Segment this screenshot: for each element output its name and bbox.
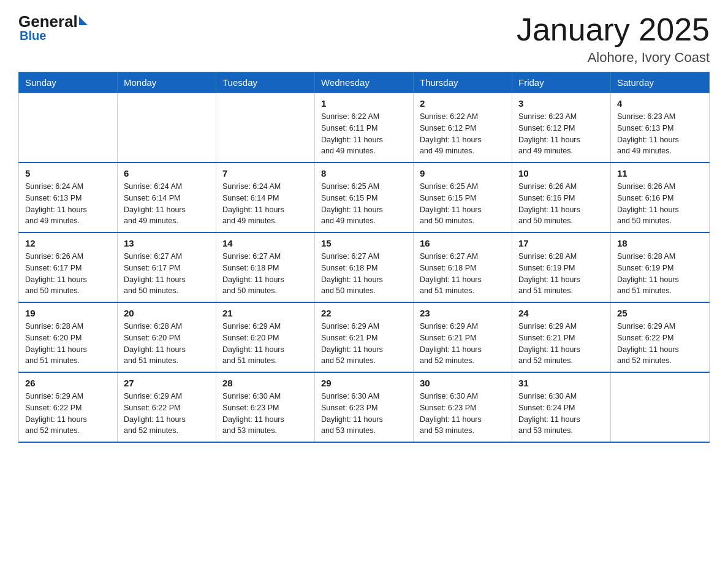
day-number: 6: [124, 168, 210, 178]
day-info: Sunrise: 6:29 AMSunset: 6:22 PMDaylight:…: [124, 391, 210, 437]
col-friday: Friday: [512, 72, 611, 93]
day-info: Sunrise: 6:26 AMSunset: 6:16 PMDaylight:…: [518, 181, 604, 227]
calendar-cell: [118, 93, 216, 163]
day-number: 25: [617, 308, 703, 318]
day-info: Sunrise: 6:29 AMSunset: 6:22 PMDaylight:…: [25, 391, 111, 437]
calendar-table: Sunday Monday Tuesday Wednesday Thursday…: [18, 72, 710, 443]
day-info: Sunrise: 6:26 AMSunset: 6:16 PMDaylight:…: [617, 181, 703, 227]
calendar-cell: 17Sunrise: 6:28 AMSunset: 6:19 PMDayligh…: [512, 232, 611, 302]
col-wednesday: Wednesday: [315, 72, 414, 93]
logo: General Blue: [18, 12, 88, 43]
day-info: Sunrise: 6:29 AMSunset: 6:21 PMDaylight:…: [518, 321, 604, 367]
calendar-cell: 22Sunrise: 6:29 AMSunset: 6:21 PMDayligh…: [315, 302, 414, 372]
day-number: 21: [222, 308, 308, 318]
day-number: 20: [124, 308, 210, 318]
weekday-header-row: Sunday Monday Tuesday Wednesday Thursday…: [19, 72, 710, 93]
calendar-cell: 20Sunrise: 6:28 AMSunset: 6:20 PMDayligh…: [118, 302, 216, 372]
day-number: 13: [124, 238, 210, 248]
day-info: Sunrise: 6:27 AMSunset: 6:17 PMDaylight:…: [124, 251, 210, 297]
calendar-cell: 21Sunrise: 6:29 AMSunset: 6:20 PMDayligh…: [216, 302, 315, 372]
calendar-cell: [216, 93, 315, 163]
calendar-cell: 6Sunrise: 6:24 AMSunset: 6:14 PMDaylight…: [118, 163, 216, 232]
day-info: Sunrise: 6:25 AMSunset: 6:15 PMDaylight:…: [420, 181, 506, 227]
day-number: 18: [617, 238, 703, 248]
day-info: Sunrise: 6:24 AMSunset: 6:14 PMDaylight:…: [124, 181, 210, 227]
day-number: 24: [518, 308, 604, 318]
calendar-cell: 31Sunrise: 6:30 AMSunset: 6:24 PMDayligh…: [512, 372, 611, 442]
day-number: 10: [518, 168, 604, 178]
calendar-cell: 23Sunrise: 6:29 AMSunset: 6:21 PMDayligh…: [414, 302, 512, 372]
day-number: 2: [420, 98, 506, 109]
calendar-cell: 4Sunrise: 6:23 AMSunset: 6:13 PMDaylight…: [611, 93, 710, 163]
calendar-week-4: 19Sunrise: 6:28 AMSunset: 6:20 PMDayligh…: [19, 302, 710, 372]
day-number: 5: [25, 168, 111, 178]
calendar-cell: 27Sunrise: 6:29 AMSunset: 6:22 PMDayligh…: [118, 372, 216, 442]
day-number: 1: [321, 98, 407, 109]
day-number: 29: [321, 378, 407, 388]
day-info: Sunrise: 6:28 AMSunset: 6:19 PMDaylight:…: [617, 251, 703, 297]
calendar-cell: [19, 93, 118, 163]
day-number: 8: [321, 168, 407, 178]
day-info: Sunrise: 6:29 AMSunset: 6:22 PMDaylight:…: [617, 321, 703, 367]
day-info: Sunrise: 6:28 AMSunset: 6:19 PMDaylight:…: [518, 251, 604, 297]
day-info: Sunrise: 6:23 AMSunset: 6:12 PMDaylight:…: [518, 111, 604, 157]
calendar-cell: 26Sunrise: 6:29 AMSunset: 6:22 PMDayligh…: [19, 372, 118, 442]
calendar-week-5: 26Sunrise: 6:29 AMSunset: 6:22 PMDayligh…: [19, 372, 710, 442]
day-number: 27: [124, 378, 210, 388]
calendar-cell: 29Sunrise: 6:30 AMSunset: 6:23 PMDayligh…: [315, 372, 414, 442]
calendar-cell: 28Sunrise: 6:30 AMSunset: 6:23 PMDayligh…: [216, 372, 315, 442]
day-info: Sunrise: 6:25 AMSunset: 6:15 PMDaylight:…: [321, 181, 407, 227]
calendar-cell: 9Sunrise: 6:25 AMSunset: 6:15 PMDaylight…: [414, 163, 512, 232]
day-number: 9: [420, 168, 506, 178]
calendar-cell: 3Sunrise: 6:23 AMSunset: 6:12 PMDaylight…: [512, 93, 611, 163]
day-number: 28: [222, 378, 308, 388]
day-number: 3: [518, 98, 604, 109]
calendar-cell: 11Sunrise: 6:26 AMSunset: 6:16 PMDayligh…: [611, 163, 710, 232]
calendar-cell: 14Sunrise: 6:27 AMSunset: 6:18 PMDayligh…: [216, 232, 315, 302]
day-info: Sunrise: 6:29 AMSunset: 6:21 PMDaylight:…: [321, 321, 407, 367]
day-info: Sunrise: 6:28 AMSunset: 6:20 PMDaylight:…: [124, 321, 210, 367]
day-info: Sunrise: 6:27 AMSunset: 6:18 PMDaylight:…: [222, 251, 308, 297]
day-info: Sunrise: 6:27 AMSunset: 6:18 PMDaylight:…: [321, 251, 407, 297]
day-info: Sunrise: 6:30 AMSunset: 6:23 PMDaylight:…: [321, 391, 407, 437]
day-number: 26: [25, 378, 111, 388]
logo-arrow-icon: [79, 17, 88, 25]
day-number: 7: [222, 168, 308, 178]
calendar-week-2: 5Sunrise: 6:24 AMSunset: 6:13 PMDaylight…: [19, 163, 710, 232]
day-number: 31: [518, 378, 604, 388]
col-tuesday: Tuesday: [216, 72, 315, 93]
day-number: 15: [321, 238, 407, 248]
day-info: Sunrise: 6:22 AMSunset: 6:11 PMDaylight:…: [321, 111, 407, 157]
calendar-cell: 16Sunrise: 6:27 AMSunset: 6:18 PMDayligh…: [414, 232, 512, 302]
calendar-cell: 2Sunrise: 6:22 AMSunset: 6:12 PMDaylight…: [414, 93, 512, 163]
col-thursday: Thursday: [414, 72, 512, 93]
calendar-cell: 10Sunrise: 6:26 AMSunset: 6:16 PMDayligh…: [512, 163, 611, 232]
col-monday: Monday: [118, 72, 216, 93]
page-header: General Blue January 2025 Alohore, Ivory…: [18, 12, 710, 66]
col-saturday: Saturday: [611, 72, 710, 93]
calendar-header: Sunday Monday Tuesday Wednesday Thursday…: [19, 72, 710, 93]
day-number: 19: [25, 308, 111, 318]
day-info: Sunrise: 6:23 AMSunset: 6:13 PMDaylight:…: [617, 111, 703, 157]
calendar-cell: 1Sunrise: 6:22 AMSunset: 6:11 PMDaylight…: [315, 93, 414, 163]
day-info: Sunrise: 6:24 AMSunset: 6:14 PMDaylight:…: [222, 181, 308, 227]
day-info: Sunrise: 6:30 AMSunset: 6:23 PMDaylight:…: [222, 391, 308, 437]
calendar-cell: 15Sunrise: 6:27 AMSunset: 6:18 PMDayligh…: [315, 232, 414, 302]
calendar-week-1: 1Sunrise: 6:22 AMSunset: 6:11 PMDaylight…: [19, 93, 710, 163]
calendar-cell: 30Sunrise: 6:30 AMSunset: 6:23 PMDayligh…: [414, 372, 512, 442]
day-info: Sunrise: 6:22 AMSunset: 6:12 PMDaylight:…: [420, 111, 506, 157]
day-info: Sunrise: 6:30 AMSunset: 6:24 PMDaylight:…: [518, 391, 604, 437]
calendar-cell: 19Sunrise: 6:28 AMSunset: 6:20 PMDayligh…: [19, 302, 118, 372]
day-number: 11: [617, 168, 703, 178]
day-number: 22: [321, 308, 407, 318]
day-number: 14: [222, 238, 308, 248]
calendar-body: 1Sunrise: 6:22 AMSunset: 6:11 PMDaylight…: [19, 93, 710, 443]
day-info: Sunrise: 6:29 AMSunset: 6:20 PMDaylight:…: [222, 321, 308, 367]
col-sunday: Sunday: [19, 72, 118, 93]
calendar-cell: 12Sunrise: 6:26 AMSunset: 6:17 PMDayligh…: [19, 232, 118, 302]
calendar-subtitle: Alohore, Ivory Coast: [517, 50, 710, 66]
calendar-title: January 2025: [517, 12, 710, 47]
calendar-cell: 24Sunrise: 6:29 AMSunset: 6:21 PMDayligh…: [512, 302, 611, 372]
logo-blue-label: Blue: [20, 29, 46, 43]
day-number: 16: [420, 238, 506, 248]
